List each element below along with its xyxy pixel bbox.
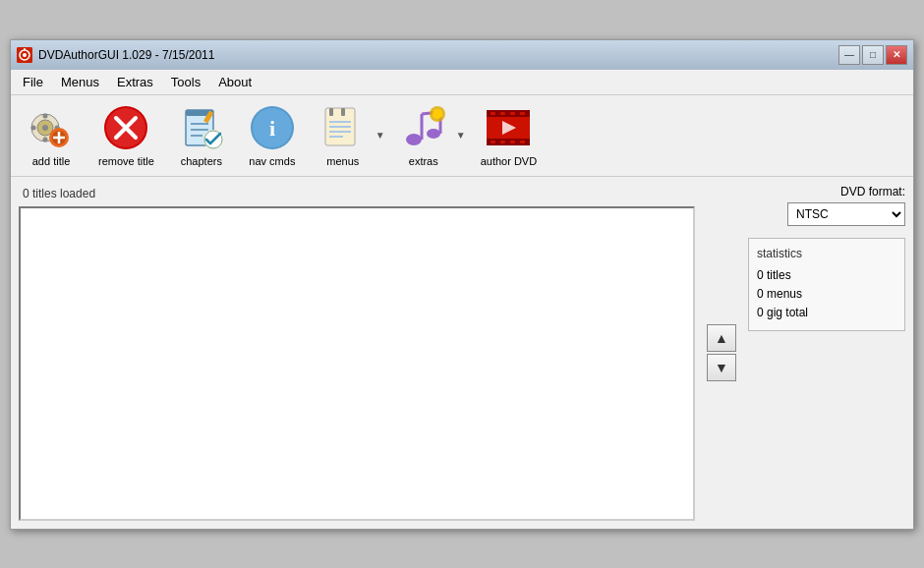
main-window: DVDAuthorGUI 1.029 - 7/15/2011 — □ ✕ Fil… — [10, 39, 914, 530]
svg-point-37 — [406, 134, 422, 145]
nav-cmds-button[interactable]: i nav cmds — [238, 99, 307, 172]
menu-file[interactable]: File — [15, 72, 51, 92]
svg-rect-53 — [510, 141, 515, 143]
add-title-button[interactable]: add title — [17, 99, 86, 172]
menus-icon — [319, 104, 367, 151]
svg-rect-31 — [329, 108, 333, 116]
remove-title-label: remove title — [98, 155, 154, 167]
remove-title-icon — [102, 104, 149, 151]
nav-cmds-label: nav cmds — [249, 155, 295, 167]
extras-label: extras — [409, 155, 438, 167]
svg-rect-51 — [491, 141, 495, 143]
titles-status: 0 titles loaded — [19, 185, 695, 202]
extras-button[interactable]: extras — [389, 99, 458, 172]
add-title-icon — [28, 104, 75, 151]
menus-button[interactable]: menus — [309, 99, 377, 172]
svg-rect-54 — [520, 141, 525, 143]
chapters-button[interactable]: chapters — [167, 99, 236, 172]
menus-dropdown-arrow[interactable]: ▼ — [374, 126, 387, 144]
title-bar-left: DVDAuthorGUI 1.029 - 7/15/2011 — [17, 47, 214, 63]
menu-menus[interactable]: Menus — [53, 72, 107, 92]
menus-label: menus — [326, 155, 359, 167]
menu-extras[interactable]: Extras — [109, 72, 161, 92]
svg-point-8 — [43, 137, 48, 142]
statistics-titles: 0 titles — [757, 266, 896, 285]
author-dvd-icon — [485, 104, 532, 151]
move-up-button[interactable]: ▲ — [707, 324, 736, 352]
svg-point-38 — [427, 129, 440, 139]
svg-rect-47 — [491, 112, 495, 115]
svg-point-7 — [43, 113, 48, 118]
chapters-label: chapters — [181, 155, 222, 167]
maximize-button[interactable]: □ — [862, 45, 884, 65]
menu-bar: File Menus Extras Tools About — [11, 70, 913, 95]
statistics-menus: 0 menus — [757, 285, 896, 304]
menu-about[interactable]: About — [210, 72, 260, 92]
extras-dropdown-arrow[interactable]: ▼ — [454, 126, 468, 144]
svg-rect-48 — [500, 112, 505, 115]
toolbar: add title remove title — [11, 95, 913, 177]
app-icon — [17, 47, 32, 63]
statistics-total: 0 gig total — [757, 304, 896, 322]
add-title-label: add title — [32, 155, 71, 167]
menu-tools[interactable]: Tools — [163, 72, 208, 92]
dvd-format-select[interactable]: NTSC PAL — [787, 202, 905, 226]
author-dvd-label: author DVD — [481, 155, 537, 167]
main-content: 0 titles loaded ▲ ▼ DVD format: NTSC PAL… — [11, 177, 913, 529]
minimize-button[interactable]: — — [838, 45, 860, 65]
svg-point-6 — [42, 125, 48, 131]
extras-icon — [400, 104, 447, 151]
titles-list[interactable] — [19, 206, 695, 521]
move-down-button[interactable]: ▼ — [707, 354, 736, 381]
svg-point-2 — [23, 53, 27, 57]
move-buttons: ▲ ▼ — [703, 185, 740, 521]
title-bar: DVDAuthorGUI 1.029 - 7/15/2011 — □ ✕ — [11, 40, 913, 70]
titles-panel: 0 titles loaded — [19, 185, 695, 521]
window-title: DVDAuthorGUI 1.029 - 7/15/2011 — [38, 48, 214, 62]
svg-rect-32 — [341, 108, 345, 116]
close-button[interactable]: ✕ — [886, 45, 907, 65]
svg-point-9 — [31, 125, 36, 130]
svg-rect-49 — [510, 112, 515, 115]
svg-rect-50 — [520, 112, 525, 115]
right-panel: DVD format: NTSC PAL statistics 0 titles… — [748, 185, 905, 521]
svg-point-43 — [433, 109, 442, 119]
chapters-icon — [178, 104, 225, 151]
remove-title-button[interactable]: remove title — [87, 99, 165, 172]
statistics-title: statistics — [757, 247, 896, 260]
svg-rect-52 — [500, 141, 505, 143]
svg-text:i: i — [269, 116, 275, 141]
dvd-format-section: DVD format: NTSC PAL — [748, 185, 905, 226]
dvd-format-label: DVD format: — [840, 185, 905, 199]
author-dvd-button[interactable]: author DVD — [470, 99, 548, 172]
nav-cmds-icon: i — [249, 104, 296, 151]
statistics-box: statistics 0 titles 0 menus 0 gig total — [748, 238, 905, 332]
window-controls: — □ ✕ — [838, 45, 907, 65]
